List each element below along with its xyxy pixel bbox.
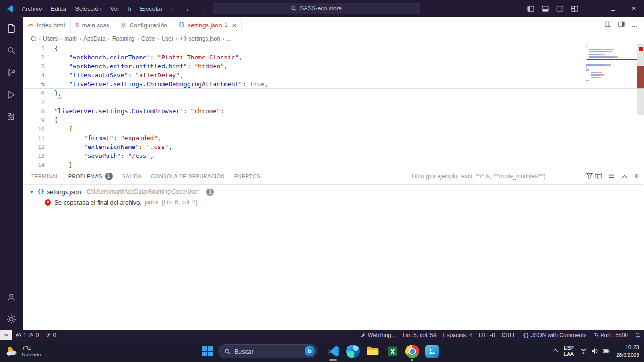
minimize-button[interactable]: –: [582, 0, 603, 17]
language-mode-status[interactable]: {} JSON with Comments: [520, 330, 590, 340]
start-button[interactable]: [202, 346, 213, 356]
tab-settings-json[interactable]: {}settings.json1×: [173, 17, 242, 33]
taskbar-search[interactable]: Buscar b: [218, 344, 317, 358]
code-line[interactable]: 11 "format": "expanded",: [23, 133, 644, 142]
errors-warnings-status[interactable]: 1 0: [12, 330, 42, 340]
problems-file-row[interactable]: ▾ {} settings.json C:\Users\marti\AppDat…: [24, 187, 643, 197]
panel-tab-salida[interactable]: SALIDA: [122, 168, 142, 184]
code-editor[interactable]: 1{2 "workbench.colorTheme": "Platzi Them…: [23, 44, 644, 168]
menu-ver[interactable]: Ver: [106, 5, 124, 12]
chevron-right-icon: ›: [106, 35, 112, 42]
code-line[interactable]: 5 "liveServer.settings.ChromeDebuggingAt…: [23, 80, 644, 89]
language-indicator[interactable]: ESP LAA: [563, 345, 574, 357]
tab-index-html[interactable]: <>index.html: [23, 17, 71, 33]
maximize-icon: [611, 7, 615, 11]
history-back-icon[interactable]: ←: [182, 5, 196, 13]
problem-item-row[interactable]: × Se esperaba el final del archivo. json…: [24, 197, 643, 207]
editor-layout-icon[interactable]: [618, 21, 625, 29]
ports-status[interactable]: 0: [42, 330, 59, 340]
menu-archivo[interactable]: Archivo: [17, 5, 46, 12]
menu-editar[interactable]: Editar: [46, 5, 71, 12]
menu-more[interactable]: ···: [167, 5, 182, 12]
panel-tab-terminal[interactable]: TERMINAL: [31, 168, 59, 184]
breadcrumb-item[interactable]: Code: [141, 35, 156, 42]
code-line[interactable]: 4 "files.autoSave": "afterDelay",: [23, 71, 644, 80]
menu-ejecutar[interactable]: Ejecutar: [136, 5, 167, 12]
more-actions-icon[interactable]: …: [631, 22, 637, 29]
tray-chevron-up-icon[interactable]: [553, 349, 558, 354]
tab-label: Configuración: [130, 22, 167, 29]
search-sidebar-icon[interactable]: [0, 39, 23, 61]
split-editor-icon[interactable]: [605, 21, 611, 29]
settings-gear-icon[interactable]: [0, 308, 23, 330]
breadcrumb-item[interactable]: Users: [42, 35, 58, 42]
toggle-secondary-sidebar-icon[interactable]: [553, 6, 567, 12]
explorer-icon[interactable]: [0, 17, 23, 39]
close-window-button[interactable]: ×: [623, 0, 644, 17]
taskbar-app-explorer[interactable]: [363, 341, 382, 361]
breadcrumb-item[interactable]: Roaming: [112, 35, 135, 42]
code-line[interactable]: 6},: [23, 89, 644, 98]
panel-tab-problemas[interactable]: PROBLEMAS1: [68, 168, 113, 184]
filter-funnel-icon[interactable]: [586, 172, 593, 181]
code-line[interactable]: 3 "workbench.editor.untitled.hint": "hid…: [23, 62, 644, 71]
collapse-all-icon[interactable]: [608, 173, 615, 180]
tray-status-icons[interactable]: [580, 347, 610, 354]
customize-layout-icon[interactable]: [567, 6, 582, 12]
tab-actions: …: [605, 17, 644, 33]
code-line[interactable]: 9[: [23, 115, 644, 124]
panel-tab-puertos[interactable]: PUERTOS: [234, 168, 261, 184]
taskbar-app-excel[interactable]: [382, 341, 402, 361]
breadcrumb-item[interactable]: {}settings.json: [180, 35, 221, 42]
minimap[interactable]: [585, 45, 637, 85]
maximize-panel-chevron-icon[interactable]: [621, 173, 627, 180]
eol-status[interactable]: CRLF: [498, 330, 520, 340]
panel-tab-consola-de-depuraci-n[interactable]: CONSOLA DE DEPURACIÓN: [151, 168, 224, 184]
code-line[interactable]: 7: [23, 98, 644, 107]
run-debug-icon[interactable]: [0, 83, 23, 106]
view-as-table-icon[interactable]: [595, 173, 602, 180]
code-line[interactable]: 8"liveServer.settings.CustomBrowser": "c…: [23, 107, 644, 115]
tab-configuraci-n[interactable]: Configuración: [115, 17, 173, 33]
close-panel-icon[interactable]: ×: [634, 172, 638, 181]
breadcrumb-item[interactable]: marti: [64, 35, 77, 42]
sass-watching-status[interactable]: Watching...: [357, 330, 399, 340]
live-server-port-status[interactable]: Port : 5500: [590, 330, 631, 340]
account-icon[interactable]: [0, 286, 23, 308]
tab-main-scss[interactable]: Smain.scss: [71, 17, 115, 33]
source-control-icon[interactable]: [0, 61, 23, 83]
breadcrumb-item[interactable]: ...: [226, 35, 232, 42]
taskbar-app-photos[interactable]: [422, 341, 442, 361]
history-forward-icon[interactable]: →: [196, 5, 211, 13]
indentation-status[interactable]: Espacios: 4: [440, 330, 476, 340]
weather-widget[interactable]: 7°C Nublado: [5, 345, 41, 358]
command-center-search[interactable]: SASS-eco.store: [213, 3, 420, 14]
remote-indicator[interactable]: ><: [0, 330, 12, 340]
taskbar-app-vscode[interactable]: [323, 341, 343, 361]
close-icon[interactable]: ×: [232, 21, 237, 29]
breadcrumb-item[interactable]: User: [161, 35, 173, 42]
breadcrumb-item[interactable]: C:: [30, 35, 37, 42]
code-line[interactable]: 13 "savaPath": "/css",: [23, 151, 644, 160]
code-line[interactable]: 10 {: [23, 124, 644, 133]
breadcrumb-item[interactable]: AppData: [83, 35, 106, 42]
code-line[interactable]: 1{: [23, 44, 644, 53]
code-line[interactable]: 2 "workbench.colorTheme": "Platzi Theme …: [23, 53, 644, 62]
notifications-bell-icon[interactable]: [631, 330, 644, 340]
extensions-icon[interactable]: [0, 106, 23, 128]
taskbar-app-chrome[interactable]: [402, 341, 422, 361]
toggle-sidebar-icon[interactable]: [523, 6, 538, 12]
taskbar-app-edge[interactable]: [343, 341, 363, 361]
maximize-button[interactable]: [603, 0, 623, 17]
code-line[interactable]: 14 }: [23, 160, 644, 168]
line-number: 8: [23, 107, 45, 115]
problems-filter-input[interactable]: [412, 173, 581, 180]
menu-selecci-n[interactable]: Selección: [71, 5, 106, 12]
clock-widget[interactable]: 10:23 28/9/2023: [616, 344, 639, 358]
encoding-status[interactable]: UTF-8: [476, 330, 498, 340]
cursor-position-status[interactable]: Lín. 5, col. 59: [399, 330, 440, 340]
code-line[interactable]: 12 "extensionName": ".css",: [23, 142, 644, 151]
menu-ir[interactable]: Ir: [124, 5, 136, 12]
toggle-panel-icon[interactable]: [538, 6, 553, 12]
editor-scrollbar[interactable]: [637, 44, 644, 168]
